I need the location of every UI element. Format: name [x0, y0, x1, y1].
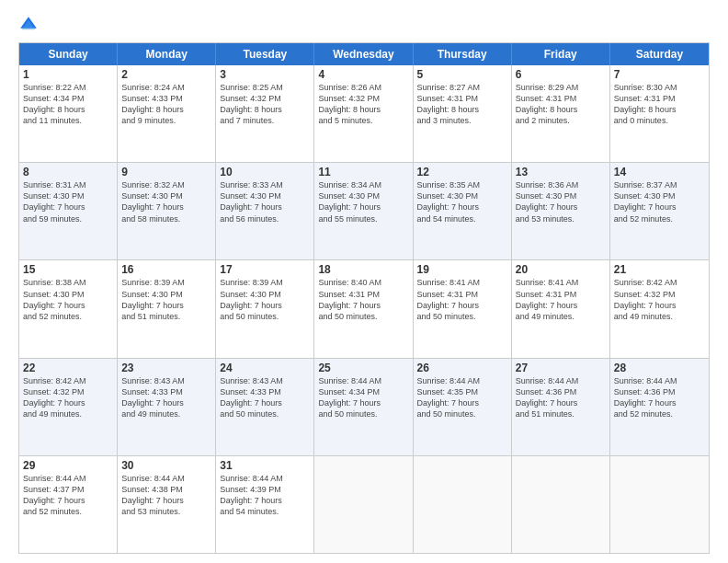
- calendar-cell: 27Sunrise: 8:44 AM Sunset: 4:36 PM Dayli…: [512, 359, 610, 455]
- header-friday: Friday: [512, 43, 610, 65]
- calendar-cell: 18Sunrise: 8:40 AM Sunset: 4:31 PM Dayli…: [314, 260, 413, 357]
- calendar-cell: 3Sunrise: 8:25 AM Sunset: 4:32 PM Daylig…: [216, 65, 314, 162]
- calendar-row-5: 29Sunrise: 8:44 AM Sunset: 4:37 PM Dayli…: [19, 456, 709, 553]
- day-number: 6: [516, 68, 606, 81]
- calendar-cell: 4Sunrise: 8:26 AM Sunset: 4:32 PM Daylig…: [314, 65, 413, 162]
- day-info: Sunrise: 8:37 AM Sunset: 4:30 PM Dayligh…: [614, 179, 705, 224]
- header-sunday: Sunday: [19, 43, 118, 65]
- calendar-cell: 14Sunrise: 8:37 AM Sunset: 4:30 PM Dayli…: [610, 163, 709, 259]
- calendar-cell: 5Sunrise: 8:27 AM Sunset: 4:31 PM Daylig…: [414, 65, 512, 162]
- calendar-row-2: 8Sunrise: 8:31 AM Sunset: 4:30 PM Daylig…: [19, 163, 709, 260]
- day-number: 31: [220, 459, 310, 472]
- day-number: 8: [23, 166, 113, 178]
- calendar-cell: 23Sunrise: 8:43 AM Sunset: 4:33 PM Dayli…: [118, 359, 216, 455]
- calendar-cell: 11Sunrise: 8:34 AM Sunset: 4:30 PM Dayli…: [314, 163, 413, 259]
- day-info: Sunrise: 8:44 AM Sunset: 4:37 PM Dayligh…: [23, 473, 113, 518]
- day-number: 29: [23, 459, 113, 472]
- day-number: 5: [417, 68, 507, 81]
- calendar-cell: 20Sunrise: 8:41 AM Sunset: 4:31 PM Dayli…: [512, 260, 610, 357]
- page: SundayMondayTuesdayWednesdayThursdayFrid…: [0, 0, 728, 563]
- calendar-cell: 7Sunrise: 8:30 AM Sunset: 4:31 PM Daylig…: [610, 65, 709, 162]
- calendar-cell: [414, 456, 512, 553]
- day-info: Sunrise: 8:31 AM Sunset: 4:30 PM Dayligh…: [23, 179, 113, 224]
- header-thursday: Thursday: [414, 43, 512, 65]
- day-info: Sunrise: 8:44 AM Sunset: 4:39 PM Dayligh…: [220, 473, 310, 518]
- calendar-cell: 16Sunrise: 8:39 AM Sunset: 4:30 PM Dayli…: [118, 260, 216, 357]
- day-number: 25: [318, 362, 408, 374]
- day-info: Sunrise: 8:26 AM Sunset: 4:32 PM Dayligh…: [318, 82, 408, 127]
- day-info: Sunrise: 8:44 AM Sunset: 4:36 PM Dayligh…: [516, 375, 606, 420]
- day-info: Sunrise: 8:35 AM Sunset: 4:30 PM Dayligh…: [417, 179, 507, 224]
- day-number: 27: [516, 362, 606, 374]
- calendar-cell: 22Sunrise: 8:42 AM Sunset: 4:32 PM Dayli…: [19, 359, 118, 455]
- day-info: Sunrise: 8:43 AM Sunset: 4:33 PM Dayligh…: [220, 375, 310, 420]
- day-number: 13: [516, 166, 606, 178]
- day-info: Sunrise: 8:41 AM Sunset: 4:31 PM Dayligh…: [417, 277, 507, 322]
- calendar-cell: 6Sunrise: 8:29 AM Sunset: 4:31 PM Daylig…: [512, 65, 610, 162]
- calendar-cell: 24Sunrise: 8:43 AM Sunset: 4:33 PM Dayli…: [216, 359, 314, 455]
- day-number: 23: [121, 362, 211, 374]
- calendar-cell: 31Sunrise: 8:44 AM Sunset: 4:39 PM Dayli…: [216, 456, 314, 553]
- day-info: Sunrise: 8:33 AM Sunset: 4:30 PM Dayligh…: [220, 179, 310, 224]
- header-saturday: Saturday: [610, 43, 709, 65]
- calendar-cell: 15Sunrise: 8:38 AM Sunset: 4:30 PM Dayli…: [19, 260, 118, 357]
- day-info: Sunrise: 8:29 AM Sunset: 4:31 PM Dayligh…: [516, 82, 606, 127]
- calendar-header: SundayMondayTuesdayWednesdayThursdayFrid…: [19, 43, 709, 65]
- day-info: Sunrise: 8:42 AM Sunset: 4:32 PM Dayligh…: [23, 375, 113, 420]
- calendar-row-4: 22Sunrise: 8:42 AM Sunset: 4:32 PM Dayli…: [19, 359, 709, 456]
- day-number: 11: [318, 166, 408, 178]
- calendar: SundayMondayTuesdayWednesdayThursdayFrid…: [18, 42, 710, 554]
- day-number: 15: [23, 263, 113, 276]
- calendar-cell: [610, 456, 709, 553]
- day-info: Sunrise: 8:40 AM Sunset: 4:31 PM Dayligh…: [318, 277, 408, 322]
- calendar-cell: 25Sunrise: 8:44 AM Sunset: 4:34 PM Dayli…: [314, 359, 413, 455]
- day-number: 30: [121, 459, 211, 472]
- calendar-cell: [314, 456, 413, 553]
- calendar-cell: 8Sunrise: 8:31 AM Sunset: 4:30 PM Daylig…: [19, 163, 118, 259]
- header-tuesday: Tuesday: [216, 43, 314, 65]
- calendar-cell: [512, 456, 610, 553]
- day-info: Sunrise: 8:39 AM Sunset: 4:30 PM Dayligh…: [220, 277, 310, 322]
- day-info: Sunrise: 8:41 AM Sunset: 4:31 PM Dayligh…: [516, 277, 606, 322]
- day-number: 24: [220, 362, 310, 374]
- day-info: Sunrise: 8:44 AM Sunset: 4:34 PM Dayligh…: [318, 375, 408, 420]
- day-info: Sunrise: 8:44 AM Sunset: 4:38 PM Dayligh…: [121, 473, 211, 518]
- day-number: 16: [121, 263, 211, 276]
- calendar-cell: 21Sunrise: 8:42 AM Sunset: 4:32 PM Dayli…: [610, 260, 709, 357]
- calendar-cell: 19Sunrise: 8:41 AM Sunset: 4:31 PM Dayli…: [414, 260, 512, 357]
- day-number: 10: [220, 166, 310, 178]
- day-number: 28: [614, 362, 705, 374]
- calendar-cell: 12Sunrise: 8:35 AM Sunset: 4:30 PM Dayli…: [414, 163, 512, 259]
- logo: [18, 15, 42, 35]
- day-info: Sunrise: 8:30 AM Sunset: 4:31 PM Dayligh…: [614, 82, 705, 127]
- day-info: Sunrise: 8:34 AM Sunset: 4:30 PM Dayligh…: [318, 179, 408, 224]
- calendar-cell: 9Sunrise: 8:32 AM Sunset: 4:30 PM Daylig…: [118, 163, 216, 259]
- day-number: 14: [614, 166, 705, 178]
- day-number: 21: [614, 263, 705, 276]
- day-number: 20: [516, 263, 606, 276]
- day-info: Sunrise: 8:43 AM Sunset: 4:33 PM Dayligh…: [121, 375, 211, 420]
- day-info: Sunrise: 8:25 AM Sunset: 4:32 PM Dayligh…: [220, 82, 310, 127]
- day-info: Sunrise: 8:22 AM Sunset: 4:34 PM Dayligh…: [23, 82, 113, 127]
- day-number: 9: [121, 166, 211, 178]
- calendar-body: 1Sunrise: 8:22 AM Sunset: 4:34 PM Daylig…: [19, 65, 709, 553]
- day-info: Sunrise: 8:38 AM Sunset: 4:30 PM Dayligh…: [23, 277, 113, 322]
- day-number: 3: [220, 68, 310, 81]
- day-info: Sunrise: 8:39 AM Sunset: 4:30 PM Dayligh…: [121, 277, 211, 322]
- day-number: 18: [318, 263, 408, 276]
- header: [18, 15, 710, 35]
- day-number: 22: [23, 362, 113, 374]
- calendar-cell: 26Sunrise: 8:44 AM Sunset: 4:35 PM Dayli…: [414, 359, 512, 455]
- calendar-cell: 28Sunrise: 8:44 AM Sunset: 4:36 PM Dayli…: [610, 359, 709, 455]
- logo-icon: [18, 15, 39, 35]
- calendar-row-3: 15Sunrise: 8:38 AM Sunset: 4:30 PM Dayli…: [19, 260, 709, 358]
- calendar-cell: 29Sunrise: 8:44 AM Sunset: 4:37 PM Dayli…: [19, 456, 118, 553]
- day-info: Sunrise: 8:27 AM Sunset: 4:31 PM Dayligh…: [417, 82, 507, 127]
- day-info: Sunrise: 8:32 AM Sunset: 4:30 PM Dayligh…: [121, 179, 211, 224]
- calendar-row-1: 1Sunrise: 8:22 AM Sunset: 4:34 PM Daylig…: [19, 65, 709, 163]
- header-wednesday: Wednesday: [314, 43, 413, 65]
- calendar-cell: 2Sunrise: 8:24 AM Sunset: 4:33 PM Daylig…: [118, 65, 216, 162]
- day-info: Sunrise: 8:36 AM Sunset: 4:30 PM Dayligh…: [516, 179, 606, 224]
- day-info: Sunrise: 8:24 AM Sunset: 4:33 PM Dayligh…: [121, 82, 211, 127]
- day-info: Sunrise: 8:44 AM Sunset: 4:36 PM Dayligh…: [614, 375, 705, 420]
